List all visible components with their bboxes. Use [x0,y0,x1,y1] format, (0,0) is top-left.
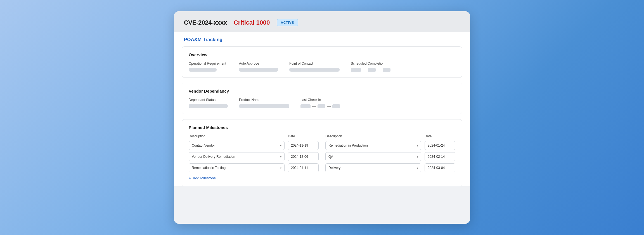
auto-approve-value [239,68,278,72]
right-col-headers: Description Date [325,134,455,138]
chevron-down-icon-4: ▾ [417,144,418,147]
milestones-title: Planned Milestones [189,125,455,130]
milestones-panel: Planned Milestones Description Date Cont… [182,119,462,186]
chevron-down-icon-6: ▾ [417,166,418,170]
poc-value [289,68,340,72]
right-milestone-select-3[interactable]: Delivery ▾ [325,163,421,172]
scheduled-completion-label: Scheduled Completion [351,62,390,65]
left-milestone-text-2: Vendor Delivery Remediation [192,155,235,159]
dependent-status-group: Dependant Status [189,98,228,108]
section-title-bar: POA&M Tracking [174,32,470,46]
vendor-dependency-title: Vendor Dependancy [189,89,455,93]
poc-label: Point of Contact [289,62,340,65]
right-milestone-row-3: Delivery ▾ 2024-03-04 [325,163,455,172]
last-check-in-label: Last Check In [300,98,340,102]
card-body: POA&M Tracking Overview Operational Requ… [174,32,470,186]
left-milestone-row-2: Vendor Delivery Remediation ▾ 2024-12-06 [189,152,319,161]
operational-req-label: Operational Requirement [189,62,228,65]
right-milestone-text-1: Remediation in Production [328,144,368,147]
auto-approve-group: Auto Approve [239,62,278,72]
right-milestone-select-1[interactable]: Remediation in Production ▾ [325,141,421,150]
left-desc-header: Description [189,134,285,138]
right-milestone-date-2[interactable]: 2024-02-14 [425,152,455,161]
overview-title: Overview [189,52,455,57]
operational-req-value [189,68,217,72]
overview-panel: Overview Operational Requirement Auto Ap… [182,46,462,78]
left-milestone-date-2[interactable]: 2024-12-06 [288,152,319,161]
status-badge: ACTIVE [277,19,298,26]
chevron-down-icon-5: ▾ [417,155,418,158]
last-check-in-group: Last Check In — — [300,98,340,108]
add-milestone-button[interactable]: + Add Milestone [189,176,216,180]
auto-approve-label: Auto Approve [239,62,278,65]
severity-label: Critical 1000 [234,19,270,26]
milestones-left-col: Description Date Contact Vendor ▾ 2024-1… [189,134,325,180]
card-header: CVE-2024-xxxx Critical 1000 ACTIVE [174,11,470,32]
scheduled-completion-group: Scheduled Completion — — [351,62,390,72]
operational-req-group: Operational Requirement [189,62,228,72]
main-card: CVE-2024-xxxx Critical 1000 ACTIVE POA&M… [174,11,470,224]
right-milestone-select-2[interactable]: QA ▾ [325,152,421,161]
left-milestone-date-1[interactable]: 2024-11-19 [288,141,319,150]
left-milestone-date-3[interactable]: 2024-01-11 [288,163,319,172]
left-date-text-2: 2024-12-06 [291,155,308,159]
chevron-down-icon-1: ▾ [280,144,281,147]
poc-group: Point of Contact [289,62,340,72]
scheduled-completion-value: — — [351,68,390,72]
right-milestone-date-3[interactable]: 2024-03-04 [425,163,455,172]
last-check-in-value: — — [300,104,340,108]
left-milestone-select-2[interactable]: Vendor Delivery Remediation ▾ [189,152,285,161]
left-milestone-select-3[interactable]: Remediation in Testing ▾ [189,163,285,172]
vendor-dependency-panel: Vendor Dependancy Dependant Status Produ… [182,83,462,114]
product-name-label: Product Name [239,98,289,102]
overview-fields: Operational Requirement Auto Approve Poi… [189,62,455,72]
right-milestone-text-2: QA [328,155,333,159]
right-milestone-text-3: Delivery [328,166,340,170]
left-date-header: Date [288,134,319,138]
dependent-status-value [189,104,228,108]
page-title: POA&M Tracking [184,37,222,42]
product-name-group: Product Name [239,98,289,108]
right-milestone-row-2: QA ▾ 2024-02-14 [325,152,455,161]
right-date-header: Date [425,134,455,138]
left-milestone-text-3: Remediation in Testing [192,166,226,170]
chevron-down-icon-3: ▾ [280,166,281,170]
milestones-columns: Description Date Contact Vendor ▾ 2024-1… [189,134,455,180]
left-milestone-text-1: Contact Vendor [192,144,215,147]
right-milestone-date-1[interactable]: 2024-01-24 [425,141,455,150]
product-name-value [239,104,289,108]
add-milestone-label: Add Milestone [193,176,216,180]
left-date-text-1: 2024-11-19 [291,144,308,147]
left-milestone-row-1: Contact Vendor ▾ 2024-11-19 [189,141,319,150]
left-date-text-3: 2024-01-11 [291,166,308,170]
right-desc-header: Description [325,134,421,138]
left-milestone-select-1[interactable]: Contact Vendor ▾ [189,141,285,150]
plus-icon: + [189,176,191,180]
dependent-status-label: Dependant Status [189,98,228,102]
right-date-text-3: 2024-03-04 [428,166,445,170]
cve-id: CVE-2024-xxxx [184,19,227,26]
right-date-text-2: 2024-02-14 [428,155,445,159]
vendor-dependency-fields: Dependant Status Product Name Last Check… [189,98,455,108]
right-date-text-1: 2024-01-24 [428,144,445,147]
left-milestone-row-3: Remediation in Testing ▾ 2024-01-11 [189,163,319,172]
right-milestone-row-1: Remediation in Production ▾ 2024-01-24 [325,141,455,150]
chevron-down-icon-2: ▾ [280,155,281,158]
milestones-right-col: Description Date Remediation in Producti… [325,134,455,180]
left-col-headers: Description Date [189,134,319,138]
